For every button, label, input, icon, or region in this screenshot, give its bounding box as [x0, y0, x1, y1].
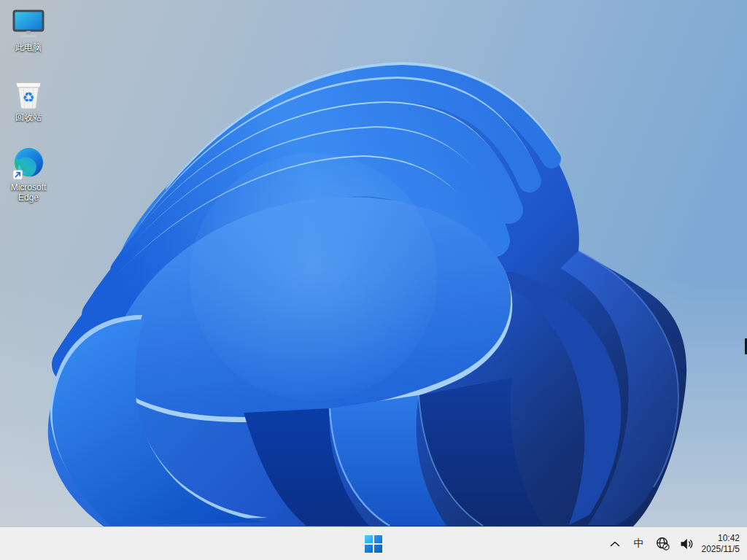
- desktop-icon-microsoft-edge[interactable]: Microsoft Edge: [1, 146, 55, 203]
- edge-icon: [12, 146, 46, 181]
- taskbar: 中: [0, 526, 747, 560]
- taskbar-clock[interactable]: 10:42 2025/11/5: [702, 529, 740, 559]
- desktop[interactable]: 此电脑 ♻ 回收站: [0, 0, 747, 560]
- network-tray-button[interactable]: [654, 531, 673, 557]
- recycle-bin-icon: ♻: [12, 76, 44, 111]
- monitor-icon: [11, 6, 46, 41]
- input-method-indicator[interactable]: 中: [630, 531, 649, 557]
- windows-logo-icon: [365, 535, 382, 553]
- chevron-up-icon: [610, 541, 620, 547]
- tray-hidden-icons-button[interactable]: [605, 531, 624, 557]
- volume-tray-button[interactable]: [678, 531, 697, 557]
- speaker-icon: [680, 537, 694, 551]
- wallpaper-bloom: [0, 0, 747, 560]
- start-button[interactable]: [359, 529, 388, 559]
- shortcut-arrow-badge: [12, 170, 22, 179]
- icon-label: 回收站: [15, 112, 42, 122]
- desktop-icon-this-pc[interactable]: 此电脑: [1, 6, 55, 52]
- icon-label: 此电脑: [15, 42, 42, 52]
- icon-label: Microsoft Edge: [1, 182, 55, 203]
- desktop-icon-recycle-bin[interactable]: ♻ 回收站: [1, 76, 55, 122]
- clock-date: 2025/11/5: [702, 544, 740, 555]
- globe-no-internet-icon: [656, 537, 670, 551]
- svg-text:♻: ♻: [22, 89, 34, 105]
- clock-time: 10:42: [718, 533, 740, 544]
- system-tray: 中: [605, 527, 740, 560]
